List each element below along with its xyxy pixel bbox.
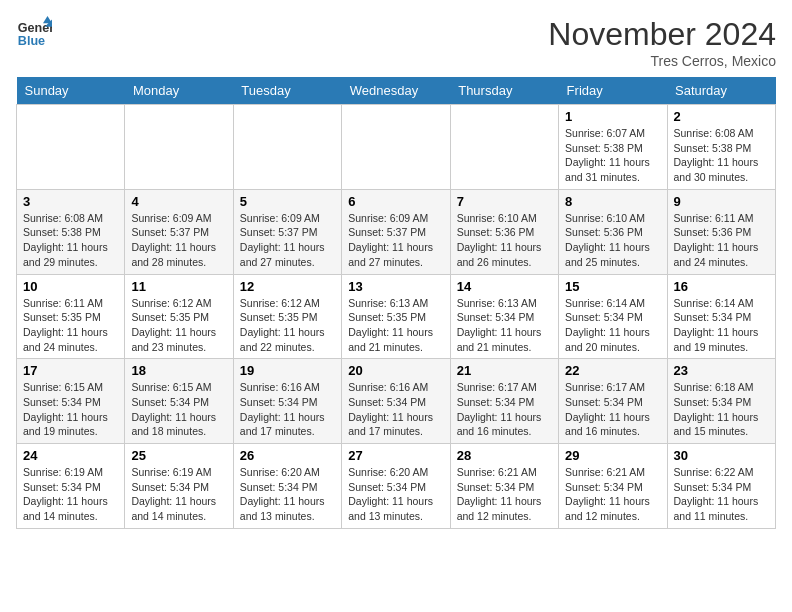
day-info: Sunrise: 6:17 AM Sunset: 5:34 PM Dayligh… [457,380,552,439]
day-info: Sunrise: 6:08 AM Sunset: 5:38 PM Dayligh… [674,126,769,185]
calendar-cell: 23Sunrise: 6:18 AM Sunset: 5:34 PM Dayli… [667,359,775,444]
day-info: Sunrise: 6:22 AM Sunset: 5:34 PM Dayligh… [674,465,769,524]
calendar-cell: 4Sunrise: 6:09 AM Sunset: 5:37 PM Daylig… [125,189,233,274]
calendar-cell: 21Sunrise: 6:17 AM Sunset: 5:34 PM Dayli… [450,359,558,444]
calendar-cell: 1Sunrise: 6:07 AM Sunset: 5:38 PM Daylig… [559,105,667,190]
weekday-header-row: SundayMondayTuesdayWednesdayThursdayFrid… [17,77,776,105]
calendar-cell: 28Sunrise: 6:21 AM Sunset: 5:34 PM Dayli… [450,444,558,529]
day-info: Sunrise: 6:16 AM Sunset: 5:34 PM Dayligh… [240,380,335,439]
day-info: Sunrise: 6:14 AM Sunset: 5:34 PM Dayligh… [565,296,660,355]
calendar-cell: 29Sunrise: 6:21 AM Sunset: 5:34 PM Dayli… [559,444,667,529]
calendar-week-row: 1Sunrise: 6:07 AM Sunset: 5:38 PM Daylig… [17,105,776,190]
calendar-week-row: 10Sunrise: 6:11 AM Sunset: 5:35 PM Dayli… [17,274,776,359]
calendar-cell: 17Sunrise: 6:15 AM Sunset: 5:34 PM Dayli… [17,359,125,444]
calendar-week-row: 17Sunrise: 6:15 AM Sunset: 5:34 PM Dayli… [17,359,776,444]
weekday-header: Thursday [450,77,558,105]
weekday-header: Tuesday [233,77,341,105]
calendar-cell: 16Sunrise: 6:14 AM Sunset: 5:34 PM Dayli… [667,274,775,359]
month-title: November 2024 [548,16,776,53]
day-number: 5 [240,194,335,209]
day-number: 10 [23,279,118,294]
day-number: 11 [131,279,226,294]
day-number: 4 [131,194,226,209]
day-number: 2 [674,109,769,124]
calendar-week-row: 24Sunrise: 6:19 AM Sunset: 5:34 PM Dayli… [17,444,776,529]
calendar-week-row: 3Sunrise: 6:08 AM Sunset: 5:38 PM Daylig… [17,189,776,274]
logo-icon: General Blue [16,16,52,52]
calendar-cell: 18Sunrise: 6:15 AM Sunset: 5:34 PM Dayli… [125,359,233,444]
svg-text:Blue: Blue [18,34,45,48]
day-info: Sunrise: 6:10 AM Sunset: 5:36 PM Dayligh… [565,211,660,270]
day-number: 14 [457,279,552,294]
calendar-cell: 3Sunrise: 6:08 AM Sunset: 5:38 PM Daylig… [17,189,125,274]
day-number: 16 [674,279,769,294]
day-info: Sunrise: 6:08 AM Sunset: 5:38 PM Dayligh… [23,211,118,270]
day-info: Sunrise: 6:12 AM Sunset: 5:35 PM Dayligh… [240,296,335,355]
day-number: 23 [674,363,769,378]
day-number: 22 [565,363,660,378]
calendar-cell: 24Sunrise: 6:19 AM Sunset: 5:34 PM Dayli… [17,444,125,529]
calendar-cell [17,105,125,190]
day-info: Sunrise: 6:20 AM Sunset: 5:34 PM Dayligh… [240,465,335,524]
calendar-cell: 2Sunrise: 6:08 AM Sunset: 5:38 PM Daylig… [667,105,775,190]
calendar-cell: 15Sunrise: 6:14 AM Sunset: 5:34 PM Dayli… [559,274,667,359]
calendar-cell [233,105,341,190]
calendar-cell: 12Sunrise: 6:12 AM Sunset: 5:35 PM Dayli… [233,274,341,359]
day-number: 29 [565,448,660,463]
location: Tres Cerros, Mexico [548,53,776,69]
weekday-header: Sunday [17,77,125,105]
weekday-header: Wednesday [342,77,450,105]
day-number: 8 [565,194,660,209]
day-info: Sunrise: 6:09 AM Sunset: 5:37 PM Dayligh… [131,211,226,270]
calendar-cell [450,105,558,190]
calendar-cell: 26Sunrise: 6:20 AM Sunset: 5:34 PM Dayli… [233,444,341,529]
weekday-header: Friday [559,77,667,105]
day-number: 17 [23,363,118,378]
calendar-cell: 30Sunrise: 6:22 AM Sunset: 5:34 PM Dayli… [667,444,775,529]
day-number: 15 [565,279,660,294]
weekday-header: Saturday [667,77,775,105]
day-info: Sunrise: 6:14 AM Sunset: 5:34 PM Dayligh… [674,296,769,355]
calendar-cell: 19Sunrise: 6:16 AM Sunset: 5:34 PM Dayli… [233,359,341,444]
calendar-cell: 8Sunrise: 6:10 AM Sunset: 5:36 PM Daylig… [559,189,667,274]
day-number: 26 [240,448,335,463]
calendar-cell: 10Sunrise: 6:11 AM Sunset: 5:35 PM Dayli… [17,274,125,359]
day-number: 12 [240,279,335,294]
day-number: 9 [674,194,769,209]
calendar-cell: 11Sunrise: 6:12 AM Sunset: 5:35 PM Dayli… [125,274,233,359]
day-info: Sunrise: 6:15 AM Sunset: 5:34 PM Dayligh… [23,380,118,439]
page-header: General Blue November 2024 Tres Cerros, … [16,16,776,69]
day-info: Sunrise: 6:11 AM Sunset: 5:35 PM Dayligh… [23,296,118,355]
calendar-cell: 6Sunrise: 6:09 AM Sunset: 5:37 PM Daylig… [342,189,450,274]
day-info: Sunrise: 6:13 AM Sunset: 5:35 PM Dayligh… [348,296,443,355]
calendar-cell: 20Sunrise: 6:16 AM Sunset: 5:34 PM Dayli… [342,359,450,444]
day-number: 18 [131,363,226,378]
calendar-table: SundayMondayTuesdayWednesdayThursdayFrid… [16,77,776,529]
calendar-cell: 14Sunrise: 6:13 AM Sunset: 5:34 PM Dayli… [450,274,558,359]
calendar-cell [125,105,233,190]
day-info: Sunrise: 6:16 AM Sunset: 5:34 PM Dayligh… [348,380,443,439]
calendar-cell: 7Sunrise: 6:10 AM Sunset: 5:36 PM Daylig… [450,189,558,274]
day-number: 19 [240,363,335,378]
weekday-header: Monday [125,77,233,105]
day-info: Sunrise: 6:15 AM Sunset: 5:34 PM Dayligh… [131,380,226,439]
calendar-cell: 9Sunrise: 6:11 AM Sunset: 5:36 PM Daylig… [667,189,775,274]
calendar-cell: 25Sunrise: 6:19 AM Sunset: 5:34 PM Dayli… [125,444,233,529]
day-number: 6 [348,194,443,209]
day-info: Sunrise: 6:18 AM Sunset: 5:34 PM Dayligh… [674,380,769,439]
logo: General Blue [16,16,52,52]
day-number: 25 [131,448,226,463]
day-info: Sunrise: 6:17 AM Sunset: 5:34 PM Dayligh… [565,380,660,439]
day-info: Sunrise: 6:07 AM Sunset: 5:38 PM Dayligh… [565,126,660,185]
day-info: Sunrise: 6:19 AM Sunset: 5:34 PM Dayligh… [131,465,226,524]
day-info: Sunrise: 6:21 AM Sunset: 5:34 PM Dayligh… [457,465,552,524]
title-block: November 2024 Tres Cerros, Mexico [548,16,776,69]
day-number: 3 [23,194,118,209]
day-number: 7 [457,194,552,209]
day-info: Sunrise: 6:09 AM Sunset: 5:37 PM Dayligh… [348,211,443,270]
calendar-cell: 5Sunrise: 6:09 AM Sunset: 5:37 PM Daylig… [233,189,341,274]
day-number: 1 [565,109,660,124]
calendar-cell: 27Sunrise: 6:20 AM Sunset: 5:34 PM Dayli… [342,444,450,529]
day-info: Sunrise: 6:20 AM Sunset: 5:34 PM Dayligh… [348,465,443,524]
day-info: Sunrise: 6:19 AM Sunset: 5:34 PM Dayligh… [23,465,118,524]
